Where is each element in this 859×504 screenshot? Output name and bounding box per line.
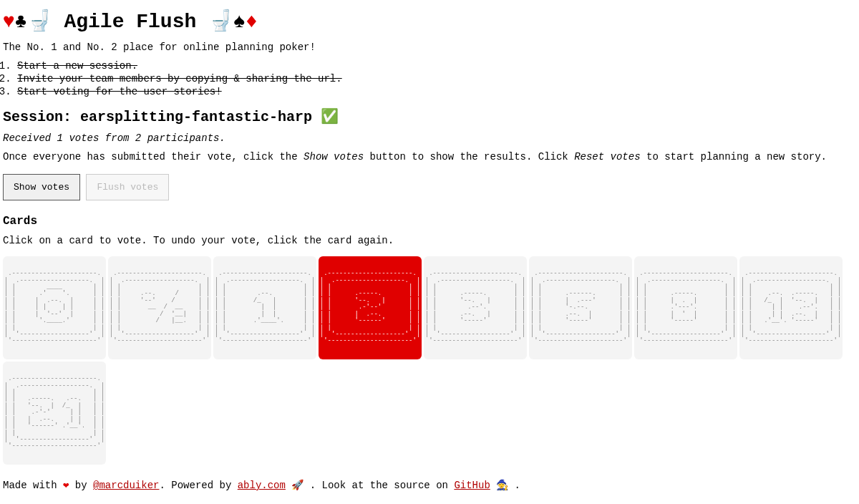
card-half[interactable]: .----------------------. | .------------… bbox=[108, 256, 211, 359]
card-5[interactable]: .----------------------. | .------------… bbox=[529, 256, 632, 359]
instructions: Once everyone has submitted their vote, … bbox=[3, 151, 856, 163]
card-8[interactable]: .----------------------. | .------------… bbox=[634, 256, 737, 359]
github-link[interactable]: GitHub bbox=[454, 480, 490, 491]
card-art: .----------------------. | .------------… bbox=[636, 271, 736, 345]
card-art: .----------------------. | .------------… bbox=[4, 376, 105, 450]
cards-container: .----------------------. | .------------… bbox=[3, 256, 856, 465]
card-art: .----------------------. | .------------… bbox=[215, 271, 315, 345]
card-art: .----------------------. | .------------… bbox=[110, 271, 210, 345]
footer: Made with ❤ by @marcduiker. Powered by a… bbox=[3, 479, 856, 491]
card-2[interactable]: .----------------------. | .------------… bbox=[319, 256, 422, 359]
check-icon: ✅ bbox=[321, 109, 339, 125]
card-art: .----------------------. | .------------… bbox=[741, 271, 841, 345]
show-votes-button[interactable]: Show votes bbox=[3, 174, 80, 200]
page-title: ♥♣🚽 Agile Flush 🚽♠♦ bbox=[3, 9, 856, 33]
vote-status: Received 1 votes from 2 participants. bbox=[3, 132, 856, 144]
card-3[interactable]: .----------------------. | .------------… bbox=[424, 256, 527, 359]
subtitle: The No. 1 and No. 2 place for online pla… bbox=[3, 42, 856, 53]
card-13[interactable]: .----------------------. | .------------… bbox=[739, 256, 843, 359]
hearts-icon: ♥ bbox=[3, 11, 15, 33]
card-art: .----------------------. | .------------… bbox=[425, 271, 525, 345]
session-name: earsplitting-fantastic-harp bbox=[80, 109, 312, 125]
rocket-icon: 🚀 bbox=[286, 480, 304, 491]
step-item: Start a new session. bbox=[17, 60, 856, 72]
author-link[interactable]: @marcduiker bbox=[93, 480, 159, 491]
cards-help: Click on a card to vote. To undo your vo… bbox=[3, 235, 856, 246]
toilet-icon: 🚽 bbox=[208, 11, 233, 33]
diamonds-icon: ♦ bbox=[246, 11, 258, 33]
clubs-icon: ♣ bbox=[15, 11, 27, 33]
button-row: Show votes Flush votes bbox=[3, 174, 856, 200]
card-21[interactable]: .----------------------. | .------------… bbox=[3, 362, 106, 465]
cards-heading: Cards bbox=[3, 215, 856, 228]
card-0[interactable]: .----------------------. | .------------… bbox=[3, 256, 106, 359]
ably-link[interactable]: ably.com bbox=[238, 480, 286, 491]
spades-icon: ♠ bbox=[233, 11, 246, 33]
detective-icon: 🧙 bbox=[490, 480, 508, 491]
card-art: .----------------------. | .------------… bbox=[4, 271, 105, 345]
steps-list: Start a new session. Invite your team me… bbox=[17, 60, 856, 97]
session-heading: Session: earsplitting-fantastic-harp ✅ bbox=[3, 107, 856, 125]
card-art: .----------------------. | .------------… bbox=[530, 271, 631, 345]
card-art: .----------------------. | .------------… bbox=[320, 271, 420, 345]
toilet-icon: 🚽 bbox=[27, 11, 52, 33]
title-text: Agile Flush bbox=[64, 11, 196, 33]
step-item: Start voting for the user stories! bbox=[17, 86, 856, 97]
flush-votes-button: Flush votes bbox=[86, 174, 169, 200]
step-item: Invite your team members by copying & sh… bbox=[17, 73, 856, 84]
card-1[interactable]: .----------------------. | .------------… bbox=[213, 256, 316, 359]
